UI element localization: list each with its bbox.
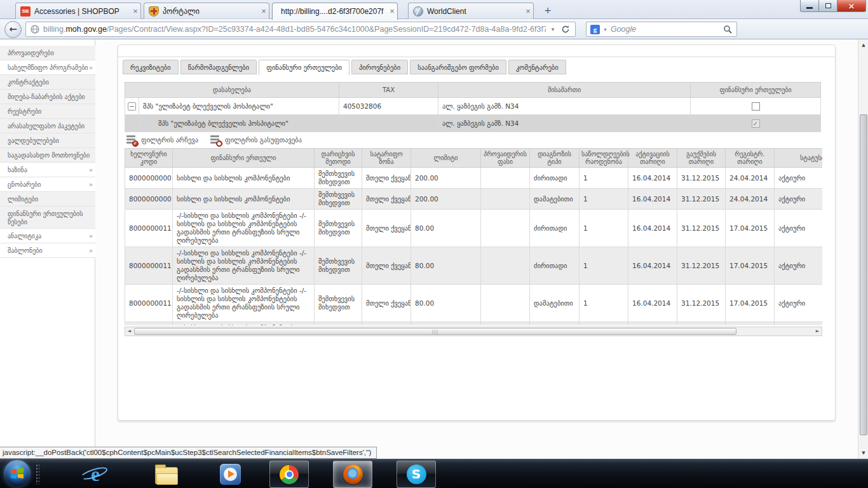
tab-close-icon[interactable]: × xyxy=(259,6,269,17)
browser-tab-2[interactable]: პორტალი× xyxy=(144,3,269,19)
scroll-up-icon[interactable]: ▲ xyxy=(858,41,868,50)
browser-tab-3[interactable]: http://billing....d2-6f3f700e207f× xyxy=(272,3,398,20)
fin-cell-5: 80.00 xyxy=(411,210,481,247)
browser-tab-4[interactable]: WorldClient× xyxy=(408,3,534,19)
close-button[interactable]: × xyxy=(837,0,866,12)
browser-tab-1[interactable]: SBAccessories | SHOPBOP× xyxy=(15,3,141,19)
sidebar-item-13[interactable]: ანალიტიკა» xyxy=(0,229,95,243)
taskbar-skype-button[interactable]: S xyxy=(397,461,436,488)
url-dropdown-icon[interactable]: ▼ xyxy=(546,27,560,32)
sidebar-item-7[interactable]: ვალდებულებები xyxy=(0,133,95,148)
fin-col-11: რეგისტრ. თარიღი xyxy=(726,149,775,168)
page-tab-1[interactable]: რეკვიზიტები xyxy=(123,60,179,74)
maximize-button[interactable] xyxy=(819,0,837,12)
window-controls: × xyxy=(800,0,866,12)
sidebar-item-4[interactable]: მიღება-ჩაბარების აქტები xyxy=(0,90,95,104)
sidebar-item-12[interactable]: ფინანსური ერთეულების წესები xyxy=(0,207,95,229)
page-tab-5[interactable]: საანგარიშგებო ფორმები xyxy=(410,60,506,74)
page-tab-4[interactable]: პიროვნებები xyxy=(351,60,408,74)
org-fin-cell: ✓ xyxy=(691,115,821,132)
sidebar-item-14[interactable]: შაბლონები» xyxy=(0,243,95,258)
sidebar-item-1[interactable]: პროვაიდერები xyxy=(0,46,95,60)
fin-cell-11: 17.04.2015 xyxy=(726,247,775,285)
fin-row-3[interactable]: 8000000011-/-სისხლი და სისხლის კომპონენტ… xyxy=(125,210,823,247)
page-tab-6[interactable]: კომენტარები xyxy=(508,60,566,74)
fin-col-9: აქტივაციის თარიღი xyxy=(628,149,677,168)
fin-cell-7: დამატებითი xyxy=(530,285,580,322)
taskbar: e S KA A xyxy=(0,459,868,488)
filter-clear-button[interactable]: ● ფილტრის გასუფთავება xyxy=(210,134,302,146)
horizontal-scrollbar[interactable]: ◄ ||| ► xyxy=(125,327,822,336)
tab-title: http://billing....d2-6f3f700e207f xyxy=(278,7,387,16)
fin-cell-9: 16.04.2014 xyxy=(628,189,677,210)
fin-unit-checkbox[interactable] xyxy=(752,102,760,111)
minimize-button[interactable] xyxy=(800,0,819,12)
filter-select-button[interactable]: ✓ ფილტრის არჩევა xyxy=(126,134,198,146)
start-button[interactable] xyxy=(4,460,31,487)
taskbar-media-player-icon[interactable] xyxy=(218,463,242,485)
sidebar-item-11[interactable]: ლიმიტები xyxy=(0,192,95,207)
sidebar-item-5[interactable]: რეესტრები xyxy=(0,104,95,119)
new-tab-button[interactable]: + xyxy=(539,5,556,17)
scroll-right-icon[interactable]: ► xyxy=(813,327,822,336)
sidebar-item-8[interactable]: საგადასახდო მოთხოვნები xyxy=(0,148,95,163)
org-row-1[interactable]: −შპს "ელიზაბეტ ბლექველის ჰოსპიტალი"40503… xyxy=(125,98,821,115)
back-button[interactable]: ← xyxy=(4,21,22,38)
url-text[interactable]: billing.moh.gov.ge/Pages/Contract/View.a… xyxy=(43,25,546,34)
sidebar-item-9[interactable]: ხაზინა» xyxy=(0,163,95,177)
search-magnifier-icon[interactable] xyxy=(723,25,736,34)
search-input[interactable]: Google xyxy=(611,25,723,34)
tab-close-icon[interactable]: × xyxy=(130,6,140,17)
scrollbar-thumb[interactable] xyxy=(860,114,867,435)
collapse-icon[interactable]: − xyxy=(128,102,136,111)
page-tab-3[interactable]: ფინანსური ერთეულები xyxy=(259,60,349,75)
fin-cell-12: აქტიური xyxy=(775,247,823,285)
sidebar-item-3[interactable]: კონტრაქტები xyxy=(0,75,95,90)
fin-unit-checkbox[interactable]: ✓ xyxy=(752,119,760,128)
fin-cell-7: ძირითადი xyxy=(530,168,580,189)
fin-cell-11: 17.04.2015 xyxy=(726,210,775,247)
fin-cell-12: აქტიური xyxy=(775,168,823,189)
org-row-2[interactable]: შპს "ელიზაბეტ ბლექველის ჰოსპიტალი"ალ. ყა… xyxy=(125,115,821,132)
status-link-preview: javascript:__doPostBack('ctl00$cphConten… xyxy=(0,447,377,459)
skype-icon: S xyxy=(407,464,426,484)
submenu-arrow-icon: » xyxy=(89,243,93,258)
fin-cell-9: 16.04.2014 xyxy=(628,247,677,285)
fin-row-6[interactable]: 8000000011-/-სისხლი და სისხლის კომპონენტ… xyxy=(125,322,823,326)
fin-cell-2: სისხლი და სისხლის კომპონენტები xyxy=(173,189,315,210)
fin-col-7: დიაგნოზის ტიპი xyxy=(530,149,580,168)
sidebar-item-label: პროვაიდერები xyxy=(8,50,54,57)
tab-close-icon[interactable]: × xyxy=(523,6,533,17)
fin-row-2[interactable]: 8000000000სისხლი და სისხლის კომპონენტები… xyxy=(125,189,823,210)
tab-close-icon[interactable]: × xyxy=(387,6,397,17)
page-content: პროვაიდერებისახელმწიფო პროგრამები»კონტრა… xyxy=(0,39,868,459)
fin-cell-9: 16.04.2014 xyxy=(628,322,677,326)
search-bar[interactable]: g ▼ Google xyxy=(586,22,737,37)
fin-grid: ხელოვნური კოდიფინანსური ერთეულიდარიცხვის… xyxy=(125,148,822,325)
fin-col-10: გაუქმების თარიღი xyxy=(677,149,726,168)
scrollbar-thumb[interactable]: ||| xyxy=(134,328,736,335)
reload-button[interactable] xyxy=(560,25,575,34)
taskbar-chrome-button[interactable] xyxy=(269,461,309,488)
fin-row-4[interactable]: 8000000011-/-სისხლი და სისხლის კომპონენტ… xyxy=(125,247,823,285)
sidebar-item-10[interactable]: ცნობარები» xyxy=(0,177,95,192)
fin-cell-12: აქტიური xyxy=(775,189,823,210)
fin-row-5[interactable]: 8000000011-/-სისხლი და სისხლის კომპონენტ… xyxy=(125,285,823,322)
taskbar-firefox-button[interactable] xyxy=(333,461,372,488)
taskbar-explorer-icon[interactable] xyxy=(154,463,179,485)
chrome-icon xyxy=(280,465,299,484)
fin-col-6: პროვაიდერის ფასი xyxy=(481,149,530,168)
fin-row-1[interactable]: 8000000000სისხლი და სისხლის კომპონენტები… xyxy=(125,168,823,189)
vertical-scrollbar[interactable]: ▲ ▼ xyxy=(858,39,868,459)
sidebar-item-6[interactable]: არასახელფასო პაკეტები xyxy=(0,119,95,133)
sidebar-item-2[interactable]: სახელმწიფო პროგრამები» xyxy=(0,60,95,75)
scroll-down-icon[interactable]: ▼ xyxy=(858,449,868,458)
scroll-left-icon[interactable]: ◄ xyxy=(125,327,133,336)
engine-dropdown-icon[interactable]: ▼ xyxy=(600,27,611,32)
page-tab-2[interactable]: წარმომადგენლები xyxy=(180,60,257,74)
url-bar[interactable]: billing.moh.gov.ge/Pages/Contract/View.a… xyxy=(25,22,576,37)
google-engine-icon[interactable]: g xyxy=(590,25,600,34)
site-identity-globe-icon[interactable] xyxy=(26,25,43,34)
fin-table: ხელოვნური კოდიფინანსური ერთეულიდარიცხვის… xyxy=(125,148,822,325)
taskbar-ie-icon[interactable]: e xyxy=(83,463,107,485)
